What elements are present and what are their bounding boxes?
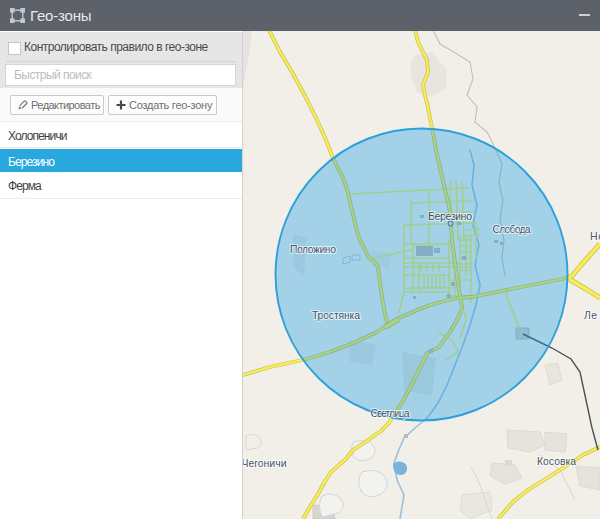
svg-text:Положино: Положино [290,243,336,255]
svg-text:Тростянка: Тростянка [312,309,360,321]
svg-text:Березино: Березино [428,210,472,222]
svg-text:Слобода: Слобода [493,223,531,235]
svg-text:Светлица: Светлица [371,407,410,419]
svg-text:Косовка: Косовка [537,455,576,467]
svg-text:Ле: Ле [584,309,597,321]
svg-text:Но: Но [590,230,600,242]
svg-text:Чегоничи: Чегоничи [243,457,287,469]
